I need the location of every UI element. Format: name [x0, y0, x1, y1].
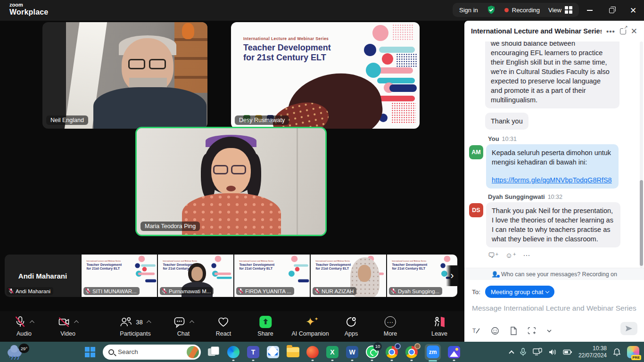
privacy-notice[interactable]: 👤 Who can see your messages? Recording o…	[464, 268, 644, 280]
webinar-slide: International Lecture and Webinar Series…	[231, 22, 420, 129]
slide-title: Teacher Developmentfor 21st Century ELT	[243, 43, 331, 63]
meeting-info-pill: Sign in Recording View	[453, 3, 579, 17]
view-button[interactable]: View	[548, 6, 572, 14]
security-shield-icon[interactable]	[487, 5, 496, 15]
privacy-notice-text: Who can see your messages? Recording on	[501, 271, 617, 278]
edge-app[interactable]	[226, 345, 240, 359]
react-button[interactable]: React	[216, 315, 231, 337]
search-daily-image	[187, 346, 199, 358]
weather-widget[interactable]: 29°	[7, 344, 33, 361]
recipient-selector[interactable]: Meeting group chat	[485, 286, 554, 298]
teams-app[interactable]: T	[246, 345, 260, 359]
sign-in-button[interactable]: Sign in	[459, 7, 478, 14]
avatar: DS	[469, 203, 483, 217]
recipient-name: Meeting group chat	[491, 288, 543, 296]
whatsapp-app[interactable]: 10	[365, 345, 379, 359]
popout-icon	[620, 28, 626, 34]
message-meta: Dyah Sunggingwati10:32	[488, 193, 637, 200]
reply-icon[interactable]: 🗨⁺	[488, 251, 499, 260]
audio-label: Audio	[17, 330, 32, 337]
thumb-andi-maharani[interactable]: Andi Maharani Andi Maharani	[5, 255, 81, 297]
apps-icon	[346, 316, 357, 328]
participants-label: Participants	[120, 330, 150, 337]
message-time: 10:32	[548, 194, 562, 200]
system-tray: 10:38 22/07/2024 z PRE	[510, 342, 639, 362]
message-author: Dyah Sunggingwati	[488, 193, 545, 200]
attendance-form-link[interactable]: https://forms.gle/qgMNVbpTodqG8RfS8	[492, 175, 613, 185]
send-button[interactable]	[620, 322, 637, 335]
chat-bubble-icon	[173, 316, 186, 328]
copilot-preview-button[interactable]: PRE	[627, 346, 639, 358]
share-screen-icon	[259, 316, 272, 328]
format-text-icon[interactable]: T	[472, 327, 480, 335]
mail-icon	[267, 346, 279, 358]
message-bubble: Thank you	[485, 113, 528, 130]
share-button[interactable]: Share	[257, 315, 273, 337]
chat-options-caret[interactable]	[190, 321, 194, 325]
participants-button[interactable]: 38 Participants	[120, 315, 150, 337]
browser-red-app[interactable]	[305, 345, 320, 359]
send-plane-icon	[625, 325, 633, 332]
start-button[interactable]	[83, 345, 97, 359]
message-input[interactable]: Message International Lecture and Webina…	[472, 304, 636, 313]
minimize-icon	[587, 10, 593, 11]
chat-more-button[interactable]: •••	[606, 27, 615, 35]
chrome-profile-badge	[395, 343, 401, 349]
zoom-app-active[interactable]: zm	[424, 345, 441, 359]
close-button[interactable]: ✕	[622, 0, 644, 21]
chat-button[interactable]: Chat	[173, 315, 194, 337]
chat-close-button[interactable]: ✕	[631, 26, 637, 36]
thumb-purnamawati[interactable]: International Lecture and Webinar Series…	[158, 255, 233, 297]
leave-button[interactable]: Leave	[431, 315, 447, 337]
message-more-icon[interactable]: ⋯	[523, 251, 530, 260]
video-tile-desy-rusmawaty[interactable]: International Lecture and Webinar Series…	[231, 22, 420, 129]
muted-mic-icon	[8, 288, 14, 294]
thumbtag-firda-yuanita: FIRDA YUANITA ...	[236, 287, 294, 295]
chrome-app-1[interactable]	[385, 345, 399, 359]
taskbar-clock[interactable]: 10:38 22/07/2024	[578, 345, 607, 359]
apps-button[interactable]: Apps	[345, 315, 358, 337]
taskbar-search[interactable]: Search	[103, 345, 201, 360]
chat-scrollbar-thumb[interactable]	[640, 180, 643, 266]
emoji-icon[interactable]	[491, 327, 499, 335]
audio-options-caret[interactable]	[30, 321, 34, 325]
notifications-button[interactable]: z	[613, 348, 621, 356]
chat-message-list[interactable]: we should balance between encouraging EF…	[464, 41, 644, 268]
tray-expand-button[interactable]	[510, 349, 513, 355]
thumb-nur-azizah[interactable]: International Lecture and Webinar Series…	[311, 255, 386, 297]
excel-app[interactable]: X	[325, 345, 339, 359]
word-app[interactable]: W	[345, 345, 359, 359]
thumb-siti-munawar[interactable]: International Lecture and Webinar Series…	[82, 255, 157, 297]
tray-battery-button[interactable]	[563, 349, 572, 355]
file-explorer-app[interactable]	[286, 345, 300, 359]
audio-button[interactable]: Audio	[15, 315, 34, 337]
file-attach-icon[interactable]	[510, 327, 517, 335]
tray-cast-button[interactable]	[533, 348, 542, 356]
mail-app[interactable]	[266, 345, 280, 359]
ai-companion-button[interactable]: ✦ AI Companion	[291, 315, 329, 337]
recording-indicator[interactable]: Recording	[504, 7, 540, 14]
video-button[interactable]: Video	[58, 315, 78, 337]
screenshot-icon[interactable]	[528, 327, 536, 335]
more-button[interactable]: ... More	[384, 315, 397, 337]
add-reaction-icon[interactable]: ☺⁺	[505, 251, 516, 260]
photos-app[interactable]	[447, 345, 461, 359]
minimize-button[interactable]	[579, 0, 601, 21]
thumbtag-siti-munawar: SITI MUNAWAR...	[83, 287, 140, 295]
composer-more-chevron-icon[interactable]	[546, 328, 552, 334]
thumbtag-nur-azizah: NUR AZIZAH	[313, 287, 356, 295]
nametag-desy-rusmawaty: Desy Rusmawaty	[235, 115, 289, 125]
thumb-firda-yuanita[interactable]: International Lecture and Webinar Series…	[234, 255, 310, 297]
tray-mic-button[interactable]	[520, 348, 527, 356]
restore-button[interactable]	[601, 0, 622, 21]
tray-volume-button[interactable]	[548, 348, 557, 356]
filmstrip-next-button[interactable]: ›	[446, 265, 458, 286]
task-view-button[interactable]	[206, 345, 221, 359]
chat-popout-button[interactable]	[620, 28, 626, 34]
video-tile-neil-england[interactable]: Neil England	[42, 22, 207, 129]
participants-options-caret[interactable]	[147, 321, 151, 325]
video-options-caret[interactable]	[74, 321, 79, 325]
video-tile-maria-teodora-ping-active-speaker[interactable]: Maria Teodora Ping	[135, 127, 327, 236]
chrome-app-2[interactable]	[405, 345, 419, 359]
share-label: Share	[257, 330, 273, 337]
